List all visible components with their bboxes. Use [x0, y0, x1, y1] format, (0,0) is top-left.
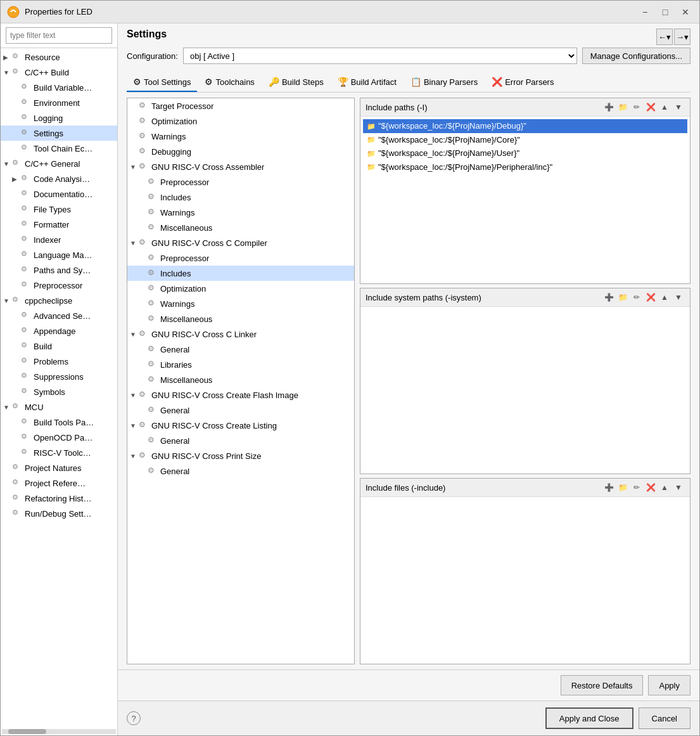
sidebar-item-indexer[interactable]: ⚙Indexer	[1, 232, 117, 247]
sidebar-item-file-types[interactable]: ⚙File Types	[1, 202, 117, 217]
sidebar-item-paths-and-sy[interactable]: ⚙Paths and Sy…	[1, 262, 117, 278]
apply-and-close-button[interactable]: Apply and Close	[545, 707, 633, 729]
tool-tree-item-gnu-risc-v-listing[interactable]: ▼⚙GNU RISC-V Cross Create Listing	[127, 418, 354, 433]
add-workspace-system-button[interactable]: 📁	[616, 291, 629, 304]
tool-tree-item-cc-optimization[interactable]: ⚙Optimization	[127, 281, 354, 296]
tool-tree-item-gnu-risc-v-c-linker[interactable]: ▼⚙GNU RISC-V Cross C Linker	[127, 326, 354, 342]
sidebar-item-language-ma[interactable]: ⚙Language Ma…	[1, 247, 117, 262]
add-workspace-file-button[interactable]: 📁	[616, 481, 629, 494]
tab-binary-parsers[interactable]: 📋Binary Parsers	[404, 73, 484, 92]
tab-build-steps[interactable]: 🔑Build Steps	[262, 73, 330, 92]
edit-include-path-button[interactable]: ✏	[630, 101, 643, 113]
tool-tree-item-cc-miscellaneous[interactable]: ⚙Miscellaneous	[127, 311, 354, 326]
sidebar-item-symbols[interactable]: ⚙Symbols	[1, 384, 117, 399]
sidebar-scrollbar[interactable]	[2, 729, 116, 734]
cancel-button[interactable]: Cancel	[639, 707, 690, 729]
manage-configurations-button[interactable]: Manage Configurations...	[582, 48, 690, 64]
include-path-item-inc3[interactable]: 📁"${workspace_loc:/${ProjName}/User}"	[363, 146, 687, 160]
sidebar-item-resource[interactable]: ▶⚙Resource	[1, 49, 117, 65]
tool-tree-item-gnu-risc-v-c-compiler[interactable]: ▼⚙GNU RISC-V Cross C Compiler	[127, 235, 354, 250]
sidebar-item-run-debug-sett[interactable]: ⚙Run/Debug Sett…	[1, 506, 117, 521]
tool-tree-item-asm-miscellaneous[interactable]: ⚙Miscellaneous	[127, 220, 354, 235]
sidebar-item-mcu[interactable]: ▼⚙MCU	[1, 399, 117, 415]
sidebar-item-build-variables[interactable]: ⚙Build Variable…	[1, 80, 117, 95]
forward-button[interactable]: →▾	[674, 29, 690, 45]
sidebar-item-formatter[interactable]: ⚙Formatter	[1, 217, 117, 232]
filter-input[interactable]	[6, 27, 112, 44]
tool-tree-item-asm-warnings[interactable]: ⚙Warnings	[127, 205, 354, 220]
sidebar-item-build-tools-pa[interactable]: ⚙Build Tools Pa…	[1, 415, 117, 430]
close-button[interactable]: ✕	[678, 4, 693, 20]
help-button[interactable]: ?	[127, 711, 141, 725]
maximize-button[interactable]: □	[658, 4, 673, 20]
sidebar-item-problems[interactable]: ⚙Problems	[1, 354, 117, 369]
move-up-file-button[interactable]: ▲	[658, 481, 671, 494]
sidebar-item-logging[interactable]: ⚙Logging	[1, 110, 117, 126]
tool-tree-item-gnu-risc-v-assembler[interactable]: ▼⚙GNU RISC-V Cross Assembler	[127, 159, 354, 174]
sidebar-item-refactoring-hist[interactable]: ⚙Refactoring Hist…	[1, 491, 117, 506]
move-up-include-button[interactable]: ▲	[658, 101, 671, 113]
tool-tree-item-target-processor[interactable]: ⚙Target Processor	[127, 98, 354, 113]
sidebar-item-project-refere[interactable]: ⚙Project Refere…	[1, 475, 117, 491]
sidebar-item-project-natures[interactable]: ⚙Project Natures	[1, 460, 117, 475]
include-path-item-inc2[interactable]: 📁"${workspace_loc:/${ProjName}/Core}"	[363, 133, 687, 147]
sidebar-item-cppcheclipse[interactable]: ▼⚙cppcheclipse	[1, 293, 117, 308]
tool-tree-item-listing-general[interactable]: ⚙General	[127, 433, 354, 448]
add-include-file-button[interactable]: ➕	[602, 481, 615, 494]
sidebar-item-openocd-pa[interactable]: ⚙OpenOCD Pa…	[1, 430, 117, 445]
tool-tree-item-linker-general[interactable]: ⚙General	[127, 342, 354, 357]
edit-system-path-button[interactable]: ✏	[630, 291, 643, 304]
tool-tree-item-warnings[interactable]: ⚙Warnings	[127, 129, 354, 144]
sidebar-item-risc-v-toolc[interactable]: ⚙RISC-V Toolc…	[1, 445, 117, 460]
tool-tree-item-optimization[interactable]: ⚙Optimization	[127, 113, 354, 129]
tab-build-artifact[interactable]: 🏆Build Artifact	[331, 73, 403, 92]
tab-tool-settings[interactable]: ⚙Tool Settings	[127, 73, 197, 92]
move-down-file-button[interactable]: ▼	[672, 481, 685, 494]
tool-tree-item-asm-includes[interactable]: ⚙Includes	[127, 190, 354, 205]
add-system-path-button[interactable]: ➕	[602, 291, 615, 304]
delete-include-file-button[interactable]: ❌	[644, 481, 657, 494]
minimize-button[interactable]: −	[637, 4, 652, 20]
delete-include-path-button[interactable]: ❌	[644, 101, 657, 113]
tab-error-parsers[interactable]: ❌Error Parsers	[485, 73, 560, 92]
tool-tree-item-linker-libraries[interactable]: ⚙Libraries	[127, 357, 354, 372]
sidebar-item-tool-chain-ec[interactable]: ⚙Tool Chain Ec…	[1, 141, 117, 156]
config-select[interactable]: obj [ Active ]	[183, 48, 577, 64]
sidebar-item-documentation[interactable]: ⚙Documentatio…	[1, 186, 117, 202]
include-path-item-inc1[interactable]: 📁"${workspace_loc:/${ProjName}/Debug}"	[363, 119, 687, 133]
sidebar-item-settings[interactable]: ⚙Settings	[1, 126, 117, 141]
tool-tree-item-cc-warnings[interactable]: ⚙Warnings	[127, 296, 354, 311]
tool-tree-item-linker-miscellaneous[interactable]: ⚙Miscellaneous	[127, 372, 354, 387]
tool-tree-item-gnu-risc-v-print[interactable]: ▼⚙GNU RISC-V Cross Print Size	[127, 448, 354, 463]
sidebar-item-advanced-se[interactable]: ⚙Advanced Se…	[1, 308, 117, 323]
move-down-include-button[interactable]: ▼	[672, 101, 685, 113]
move-up-system-button[interactable]: ▲	[658, 291, 671, 304]
tool-tree-item-cc-preprocessor[interactable]: ⚙Preprocessor	[127, 250, 354, 266]
sidebar-item-build[interactable]: ⚙Build	[1, 339, 117, 354]
tool-tree-item-gnu-risc-v-flash[interactable]: ▼⚙GNU RISC-V Cross Create Flash Image	[127, 387, 354, 403]
delete-system-path-button[interactable]: ❌	[644, 291, 657, 304]
tool-tree-item-debugging[interactable]: ⚙Debugging	[127, 144, 354, 159]
add-workspace-include-button[interactable]: 📁	[616, 101, 629, 113]
tab-toolchains[interactable]: ⚙Toolchains	[198, 73, 260, 92]
sidebar-item-appendage[interactable]: ⚙Appendage	[1, 323, 117, 339]
tool-tree-item-flash-general[interactable]: ⚙General	[127, 403, 354, 418]
include-path-item-inc4[interactable]: 📁"${workspace_loc:/${ProjName}/Periphera…	[363, 160, 687, 174]
move-down-system-button[interactable]: ▼	[672, 291, 685, 304]
tool-tree-item-print-general[interactable]: ⚙General	[127, 463, 354, 479]
sidebar-item-environment[interactable]: ⚙Environment	[1, 95, 117, 110]
add-include-path-button[interactable]: ➕	[602, 101, 615, 113]
include-files-header: Include files (-include) ➕ 📁 ✏ ❌ ▲ ▼	[360, 479, 690, 497]
sidebar-item-code-analysis[interactable]: ▶⚙Code Analysi…	[1, 171, 117, 186]
back-button[interactable]: ←▾	[656, 29, 673, 45]
apply-button[interactable]: Apply	[648, 675, 690, 695]
sidebar-item-suppressions[interactable]: ⚙Suppressions	[1, 369, 117, 384]
tool-tree-item-asm-preprocessor[interactable]: ⚙Preprocessor	[127, 174, 354, 190]
tool-tree-item-cc-includes[interactable]: ⚙Includes	[127, 266, 354, 281]
sidebar-item-cpp-general[interactable]: ▼⚙C/C++ General	[1, 156, 117, 171]
tool-label-gnu-risc-v-c-compiler: GNU RISC-V Cross C Compiler	[151, 238, 267, 248]
edit-include-file-button[interactable]: ✏	[630, 481, 643, 494]
restore-defaults-button[interactable]: Restore Defaults	[561, 675, 644, 695]
sidebar-item-preprocessor[interactable]: ⚙Preprocessor	[1, 278, 117, 293]
sidebar-item-cpp-build[interactable]: ▼⚙C/C++ Build	[1, 65, 117, 80]
